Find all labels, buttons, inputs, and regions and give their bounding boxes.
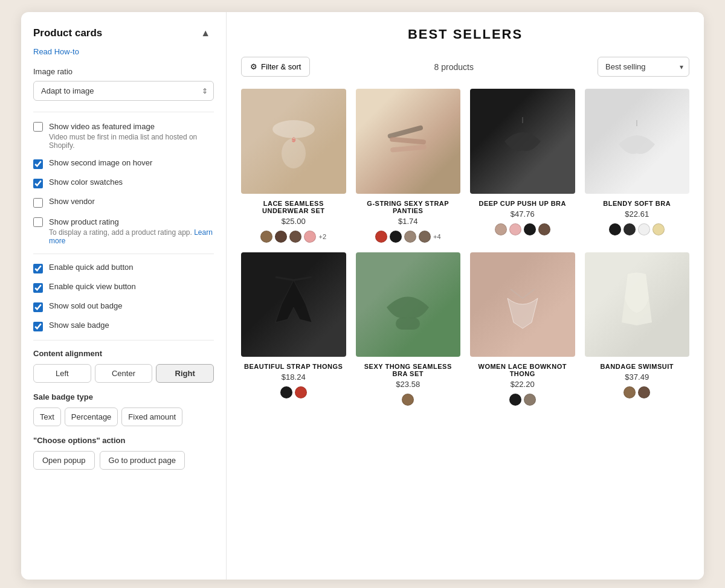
color-swatch[interactable] <box>624 386 636 398</box>
choose-options-label: "Choose options" action <box>33 436 214 445</box>
color-swatch[interactable] <box>609 223 621 235</box>
product-swatches: +2 <box>241 231 346 243</box>
color-swatch[interactable] <box>289 231 301 243</box>
color-swatch[interactable] <box>509 394 521 406</box>
show-product-rating-checkbox[interactable] <box>33 217 43 227</box>
product-image <box>470 252 575 357</box>
product-card[interactable]: BANDAGE SWIMSUIT$37.49 <box>585 252 690 406</box>
product-card[interactable]: BLENDY SOFT BRA$22.61 <box>585 89 690 243</box>
sort-select-wrapper: Best selling Price: Low to High Price: H… <box>598 57 689 77</box>
sort-select[interactable]: Best selling Price: Low to High Price: H… <box>598 57 689 77</box>
product-image <box>241 252 346 357</box>
svg-text:👙: 👙 <box>291 136 297 142</box>
show-vendor-label[interactable]: Show vendor <box>49 197 95 206</box>
product-price: $25.00 <box>241 217 346 226</box>
swatch-more: +2 <box>318 233 326 240</box>
filter-sort-button[interactable]: ⚙ Filter & sort <box>241 57 310 77</box>
product-card[interactable]: SEXY THONG SEAMLESS BRA SET$23.58 <box>356 252 461 406</box>
content-alignment-label: Content alignment <box>33 349 214 358</box>
go-to-product-page-button[interactable]: Go to product page <box>100 451 185 470</box>
color-swatch[interactable] <box>638 223 650 235</box>
open-popup-button[interactable]: Open popup <box>33 451 95 470</box>
panel-title: Product cards <box>33 27 102 39</box>
collapse-button[interactable]: ▲ <box>197 27 214 40</box>
color-swatch[interactable] <box>495 223 507 235</box>
color-swatch[interactable] <box>638 386 650 398</box>
show-video-checkbox[interactable] <box>33 122 43 132</box>
color-swatch[interactable] <box>509 223 521 235</box>
sale-badge-fixed-button[interactable]: Fixed amount <box>121 407 182 426</box>
color-swatch[interactable] <box>402 394 414 406</box>
learn-more-link[interactable]: Learn more <box>49 228 213 245</box>
products-grid: 👙LACE SEAMLESS UNDERWEAR SET$25.00+2G-ST… <box>241 89 689 406</box>
image-ratio-select[interactable]: Adapt to image Square (1:1) Portrait (2:… <box>33 81 214 101</box>
sale-badge-percentage-button[interactable]: Percentage <box>65 407 118 426</box>
product-price: $22.61 <box>585 209 690 219</box>
product-card[interactable]: G-STRING SEXY STRAP PANTIES$1.74+4 <box>356 89 461 243</box>
show-second-image-checkbox[interactable] <box>33 159 43 169</box>
show-color-swatches-checkbox[interactable] <box>33 179 43 188</box>
color-swatch[interactable] <box>390 231 402 243</box>
quick-view-checkbox[interactable] <box>33 283 43 293</box>
product-card[interactable]: 👙LACE SEAMLESS UNDERWEAR SET$25.00+2 <box>241 89 346 243</box>
product-swatches <box>470 223 575 235</box>
choose-options-button-group: Open popup Go to product page <box>33 451 214 470</box>
checkbox-vendor: Show vendor <box>33 197 214 208</box>
read-howto-link[interactable]: Read How-to <box>33 47 214 56</box>
color-swatch[interactable] <box>524 223 536 235</box>
svg-rect-10 <box>396 318 420 330</box>
product-card[interactable]: BEAUTIFUL STRAP THONGS$18.24 <box>241 252 346 406</box>
main-container: Product cards ▲ Read How-to Image ratio … <box>21 12 704 580</box>
show-video-label[interactable]: Show video as featured image <box>49 122 155 131</box>
color-swatch[interactable] <box>624 223 636 235</box>
store-title: BEST SELLERS <box>241 27 689 42</box>
color-swatch[interactable] <box>375 231 387 243</box>
checkbox-quick-view: Enable quick view button <box>33 282 214 293</box>
product-card[interactable]: DEEP CUP PUSH UP BRA$47.76 <box>470 89 575 243</box>
color-swatch[interactable] <box>304 231 316 243</box>
color-swatch[interactable] <box>538 223 550 235</box>
color-swatch[interactable] <box>404 231 416 243</box>
show-product-rating-note: To display a rating, add a product ratin… <box>49 228 214 245</box>
show-vendor-checkbox[interactable] <box>33 198 43 208</box>
quick-add-label[interactable]: Enable quick add button <box>49 263 134 272</box>
align-left-button[interactable]: Left <box>33 364 91 383</box>
product-price: $1.74 <box>356 217 461 226</box>
color-swatch[interactable] <box>280 386 292 398</box>
right-panel: BEST SELLERS ⚙ Filter & sort 8 products … <box>227 12 704 580</box>
sale-badge-text-button[interactable]: Text <box>33 407 61 426</box>
product-swatches <box>356 394 461 406</box>
product-image <box>585 252 690 357</box>
product-swatches <box>585 386 690 398</box>
show-second-image-label[interactable]: Show second image on hover <box>49 158 152 167</box>
sold-out-badge-checkbox[interactable] <box>33 302 43 312</box>
quick-view-label[interactable]: Enable quick view button <box>49 282 136 291</box>
product-card[interactable]: WOMEN LACE BOWKNOT THONG$22.20 <box>470 252 575 406</box>
sale-badge-type-group: Text Percentage Fixed amount <box>33 407 214 426</box>
sale-badge-label[interactable]: Show sale badge <box>49 321 109 330</box>
color-swatch[interactable] <box>260 231 272 243</box>
align-right-button[interactable]: Right <box>156 364 214 383</box>
svg-line-8 <box>276 277 294 280</box>
show-video-note: Video must be first in media list and ho… <box>49 133 214 150</box>
color-swatch[interactable] <box>275 231 287 243</box>
product-name: DEEP CUP PUSH UP BRA <box>470 200 575 207</box>
product-image <box>356 252 461 357</box>
product-image <box>470 89 575 194</box>
show-product-rating-label[interactable]: Show product rating <box>49 217 119 226</box>
product-name: G-STRING SEXY STRAP PANTIES <box>356 200 461 214</box>
checkbox-sale-badge: Show sale badge <box>33 321 214 331</box>
sold-out-badge-label[interactable]: Show sold out badge <box>49 301 122 310</box>
sale-badge-checkbox[interactable] <box>33 322 43 331</box>
color-swatch[interactable] <box>524 394 536 406</box>
color-swatch[interactable] <box>419 231 431 243</box>
quick-add-checkbox[interactable] <box>33 264 43 273</box>
align-center-button[interactable]: Center <box>95 364 153 383</box>
svg-line-9 <box>294 277 312 280</box>
color-swatch[interactable] <box>295 386 307 398</box>
checkbox-product-rating: Show product rating To display a rating,… <box>33 216 214 245</box>
product-image: 👙 <box>241 89 346 194</box>
show-color-swatches-label[interactable]: Show color swatches <box>49 177 123 187</box>
filter-sort-label: Filter & sort <box>261 62 301 71</box>
color-swatch[interactable] <box>652 223 665 235</box>
